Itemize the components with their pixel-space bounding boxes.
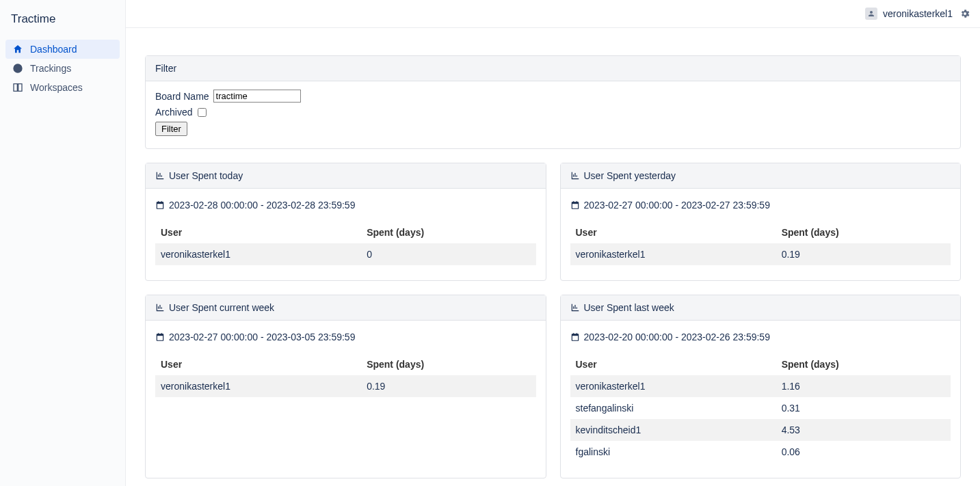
card-title: User Spent last week [584, 302, 674, 313]
cell-user: veronikasterkel1 [155, 375, 361, 397]
cell-spent: 0 [361, 243, 535, 265]
col-spent: Spent (days) [361, 221, 535, 243]
cell-user: veronikasterkel1 [570, 243, 776, 265]
board-name-label: Board Name [155, 91, 209, 102]
board-name-input[interactable] [213, 90, 301, 103]
table-body: veronikasterkel10 [155, 243, 536, 265]
table-body: veronikasterkel10.19 [155, 375, 536, 397]
table-row: veronikasterkel10 [155, 243, 536, 265]
archived-checkbox[interactable] [198, 108, 207, 117]
nav-item-workspaces[interactable]: Workspaces [5, 78, 120, 97]
col-spent: Spent (days) [776, 353, 951, 375]
sidebar: Tractime Dashboard Trackings Workspaces [0, 0, 126, 486]
cell-spent: 1.16 [776, 375, 951, 397]
table-body: veronikasterkel11.16stefangalinski0.31ke… [570, 375, 951, 463]
username: veronikasterkel1 [883, 8, 953, 19]
filter-panel: Filter Board Name Archived Filter [145, 55, 961, 149]
user-chip[interactable]: veronikasterkel1 [865, 8, 953, 20]
calendar-icon [155, 200, 165, 210]
chart-icon [155, 303, 165, 312]
table-row: veronikasterkel10.19 [570, 243, 951, 265]
cell-user: veronikasterkel1 [155, 243, 361, 265]
card-title: User Spent current week [169, 302, 274, 313]
table-row: veronikasterkel10.19 [155, 375, 536, 397]
card-user-spent-current-week: User Spent current week 2023-02-27 00:00… [145, 295, 546, 478]
calendar-icon [155, 332, 165, 342]
calendar-icon [570, 200, 580, 210]
table-row: veronikasterkel11.16 [570, 375, 951, 397]
col-user: User [155, 353, 361, 375]
table-row: fgalinski0.06 [570, 441, 951, 463]
table-row: stefangalinski0.31 [570, 397, 951, 419]
cell-spent: 0.06 [776, 441, 951, 463]
cell-spent: 0.19 [776, 243, 951, 265]
date-range: 2023-02-27 00:00:00 - 2023-02-27 23:59:5… [584, 200, 770, 211]
avatar-icon [865, 8, 877, 20]
table-row: kevinditscheid14.53 [570, 419, 951, 441]
nav-item-dashboard[interactable]: Dashboard [5, 40, 120, 59]
chart-icon [570, 303, 580, 312]
filter-panel-header: Filter [146, 56, 960, 81]
cell-user: kevinditscheid1 [570, 419, 776, 441]
chart-icon [570, 171, 580, 180]
chart-icon [155, 171, 165, 180]
card-title: User Spent yesterday [584, 170, 676, 181]
nav-label: Workspaces [30, 82, 83, 93]
date-range: 2023-02-28 00:00:00 - 2023-02-28 23:59:5… [169, 200, 355, 211]
cell-user: stefangalinski [570, 397, 776, 419]
card-title: User Spent today [169, 170, 243, 181]
card-user-spent-today: User Spent today 2023-02-28 00:00:00 - 2… [145, 163, 546, 281]
date-range: 2023-02-20 00:00:00 - 2023-02-26 23:59:5… [584, 332, 770, 342]
card-user-spent-yesterday: User Spent yesterday 2023-02-27 00:00:00… [560, 163, 962, 281]
nav-item-trackings[interactable]: Trackings [5, 59, 120, 78]
col-spent: Spent (days) [361, 353, 535, 375]
clock-icon [12, 63, 23, 74]
col-user: User [570, 353, 776, 375]
nav: Dashboard Trackings Workspaces [0, 40, 125, 97]
cell-user: veronikasterkel1 [570, 375, 776, 397]
cell-spent: 0.31 [776, 397, 951, 419]
nav-label: Dashboard [30, 44, 77, 55]
home-icon [12, 44, 23, 55]
cell-spent: 0.19 [361, 375, 535, 397]
topbar: veronikasterkel1 [126, 0, 980, 28]
table-body: veronikasterkel10.19 [570, 243, 951, 265]
cell-user: fgalinski [570, 441, 776, 463]
filter-button[interactable]: Filter [155, 122, 187, 136]
archived-label: Archived [155, 107, 192, 118]
calendar-icon [570, 332, 580, 342]
col-user: User [155, 221, 361, 243]
workspace-icon [12, 82, 23, 93]
col-spent: Spent (days) [776, 221, 951, 243]
app-title: Tractime [0, 7, 125, 40]
date-range: 2023-02-27 00:00:00 - 2023-03-05 23:59:5… [169, 332, 355, 342]
col-user: User [570, 221, 776, 243]
cell-spent: 4.53 [776, 419, 951, 441]
gear-icon[interactable] [959, 8, 970, 19]
card-user-spent-last-week: User Spent last week 2023-02-20 00:00:00… [560, 295, 962, 478]
nav-label: Trackings [30, 63, 71, 74]
